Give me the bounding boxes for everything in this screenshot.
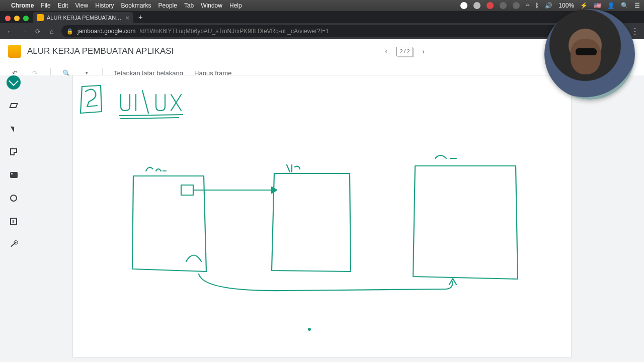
status-icon[interactable]	[487, 2, 494, 9]
wifi-icon[interactable]: ⌔	[526, 2, 529, 9]
frame-indicator[interactable]: 2 / 2	[396, 47, 413, 56]
menubar-item-people[interactable]: People	[158, 2, 177, 9]
menubar-item-window[interactable]: Window	[201, 2, 222, 9]
volume-icon[interactable]: 🔊	[545, 2, 552, 9]
status-icon[interactable]	[460, 2, 467, 9]
prev-frame-button[interactable]: ‹	[385, 47, 387, 55]
window-zoom-button[interactable]	[23, 16, 29, 21]
user-icon[interactable]: 👤	[607, 2, 615, 9]
canvas-workspace	[0, 75, 644, 362]
nav-back-button[interactable]: ←	[5, 28, 14, 35]
jamboard-logo-icon[interactable]	[8, 45, 21, 58]
menubar-item-help[interactable]: Help	[229, 2, 242, 9]
svg-rect-2	[181, 185, 193, 195]
lock-icon[interactable]: 🔒	[66, 28, 73, 35]
window-minimize-button[interactable]	[14, 16, 20, 21]
chrome-tab-strip: ALUR KERJA PEMBUATAN APL × +	[0, 11, 644, 23]
new-tab-button[interactable]: +	[133, 13, 148, 23]
tab-title: ALUR KERJA PEMBUATAN APL	[47, 15, 122, 21]
menubar-item-view[interactable]: View	[75, 2, 88, 9]
circle-icon	[10, 195, 17, 202]
sticky-note-tool-button[interactable]	[7, 145, 21, 159]
sticky-note-icon	[10, 148, 17, 155]
pen-icon	[9, 76, 19, 86]
svg-line-0	[119, 115, 183, 116]
tool-palette	[5, 75, 22, 251]
shape-tool-button[interactable]	[7, 191, 21, 205]
nav-reload-button[interactable]: ⟳	[33, 28, 42, 35]
image-icon	[10, 172, 18, 178]
select-tool-button[interactable]	[7, 122, 21, 136]
battery-percent: 100%	[558, 2, 574, 9]
nav-forward-button[interactable]: →	[19, 28, 28, 35]
canvas-drawing	[73, 75, 571, 357]
frame-paginator: ‹ 2 / 2 ›	[385, 47, 425, 56]
eraser-tool-button[interactable]	[7, 99, 21, 113]
input-source-icon[interactable]: 🇺🇸	[594, 2, 601, 9]
menubar-item-bookmarks[interactable]: Bookmarks	[121, 2, 151, 9]
menubar-app-name[interactable]: Chrome	[11, 2, 34, 9]
image-tool-button[interactable]	[7, 168, 21, 182]
window-close-button[interactable]	[5, 16, 11, 21]
bluetooth-icon[interactable]: ᛒ	[535, 2, 539, 9]
control-center-icon[interactable]: ☰	[634, 2, 640, 9]
pen-tool-button[interactable]	[7, 75, 21, 89]
zoom-caret-icon[interactable]: ▾	[82, 70, 91, 75]
chrome-menu-button[interactable]: ⋮	[631, 27, 639, 36]
close-tab-icon[interactable]: ×	[125, 14, 129, 22]
window-controls	[3, 16, 33, 23]
menubar-item-edit[interactable]: Edit	[58, 2, 68, 9]
macos-menubar: Chrome File Edit View History Bookmarks …	[0, 0, 644, 11]
status-icon[interactable]	[473, 2, 480, 9]
status-icon[interactable]	[500, 2, 507, 9]
textbox-tool-button[interactable]	[7, 214, 21, 228]
url-host: jamboard.google.com	[77, 28, 135, 35]
jamboard-canvas[interactable]	[73, 75, 571, 357]
status-icon[interactable]	[513, 2, 520, 9]
laser-icon	[11, 242, 17, 247]
next-frame-button[interactable]: ›	[422, 47, 425, 55]
eraser-icon	[9, 103, 18, 108]
document-title[interactable]: ALUR KERJA PEMBUATAN APLIKASI	[27, 46, 174, 56]
laser-tool-button[interactable]	[7, 237, 21, 251]
menubar-item-history[interactable]: History	[95, 2, 114, 9]
svg-point-4	[308, 328, 311, 331]
spotlight-icon[interactable]: 🔍	[621, 2, 628, 9]
menubar-item-tab[interactable]: Tab	[184, 2, 194, 9]
browser-tab-active[interactable]: ALUR KERJA PEMBUATAN APL ×	[33, 12, 133, 23]
nav-home-button[interactable]: ⌂	[47, 28, 56, 35]
battery-icon: ⚡	[580, 2, 588, 9]
url-path: /d/1WnK6tYTLuqMb6ybAU_sTmNJrxPK9ffLDIeVR…	[139, 28, 329, 35]
webcam-overlay[interactable]	[544, 9, 635, 100]
menubar-item-file[interactable]: File	[41, 2, 50, 9]
textbox-icon	[10, 218, 17, 225]
cursor-icon	[11, 125, 17, 132]
svg-line-1	[121, 118, 179, 119]
address-bar[interactable]: 🔒 jamboard.google.com/d/1WnK6tYTLuqMb6yb…	[61, 25, 626, 37]
jamboard-favicon-icon	[37, 14, 44, 21]
